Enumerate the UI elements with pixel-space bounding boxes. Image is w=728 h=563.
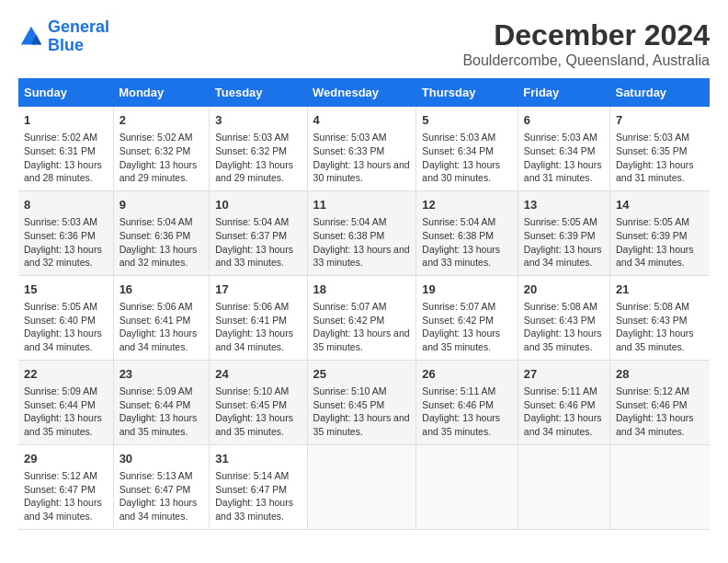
- sunrise-text: Sunrise: 5:09 AM: [119, 385, 193, 396]
- calendar-cell: 14Sunrise: 5:05 AMSunset: 6:39 PMDayligh…: [609, 190, 710, 275]
- sunrise-text: Sunrise: 5:10 AM: [215, 385, 289, 396]
- day-number: 2: [119, 112, 204, 129]
- daylight-text: Daylight: 13 hours and 34 minutes.: [24, 327, 102, 352]
- logo-line1: General: [48, 17, 109, 36]
- day-number: 5: [422, 112, 511, 129]
- daylight-text: Daylight: 13 hours and 34 minutes.: [524, 244, 602, 269]
- daylight-text: Daylight: 13 hours and 31 minutes.: [616, 159, 694, 184]
- sunset-text: Sunset: 6:47 PM: [119, 484, 191, 495]
- header: General Blue December 2024 Bouldercombe,…: [18, 18, 710, 69]
- daylight-text: Daylight: 13 hours and 35 minutes.: [422, 327, 500, 352]
- sunset-text: Sunset: 6:39 PM: [524, 230, 596, 241]
- sunrise-text: Sunrise: 5:02 AM: [24, 132, 97, 143]
- sunset-text: Sunset: 6:45 PM: [313, 399, 385, 410]
- daylight-text: Daylight: 13 hours and 35 minutes.: [313, 327, 410, 352]
- daylight-text: Daylight: 13 hours and 35 minutes.: [422, 412, 500, 437]
- calendar-cell: [416, 444, 518, 529]
- logo-icon: [18, 24, 44, 50]
- sunset-text: Sunset: 6:43 PM: [524, 315, 596, 326]
- sunrise-text: Sunrise: 5:03 AM: [616, 132, 689, 143]
- calendar-cell: 25Sunrise: 5:10 AMSunset: 6:45 PMDayligh…: [307, 360, 416, 444]
- calendar-cell: 21Sunrise: 5:08 AMSunset: 6:43 PMDayligh…: [609, 275, 710, 360]
- daylight-text: Daylight: 13 hours and 35 minutes.: [215, 412, 293, 437]
- day-number: 3: [215, 112, 301, 129]
- header-cell: Thursday: [416, 78, 518, 107]
- header-cell: Wednesday: [307, 78, 416, 107]
- calendar-cell: 22Sunrise: 5:09 AMSunset: 6:44 PMDayligh…: [18, 360, 113, 444]
- calendar-week-row: 29Sunrise: 5:12 AMSunset: 6:47 PMDayligh…: [18, 444, 710, 529]
- sunrise-text: Sunrise: 5:03 AM: [524, 132, 597, 143]
- day-number: 9: [119, 197, 204, 213]
- day-number: 16: [119, 282, 204, 298]
- calendar-cell: 31Sunrise: 5:14 AMSunset: 6:47 PMDayligh…: [210, 444, 307, 529]
- calendar-cell: 11Sunrise: 5:04 AMSunset: 6:38 PMDayligh…: [307, 190, 416, 275]
- sunrise-text: Sunrise: 5:04 AM: [119, 216, 193, 227]
- daylight-text: Daylight: 13 hours and 35 minutes.: [524, 327, 602, 352]
- day-number: 7: [616, 112, 704, 129]
- calendar-cell: 19Sunrise: 5:07 AMSunset: 6:42 PMDayligh…: [416, 275, 518, 360]
- day-number: 31: [215, 451, 301, 467]
- sunrise-text: Sunrise: 5:06 AM: [215, 301, 289, 312]
- daylight-text: Daylight: 13 hours and 34 minutes.: [24, 497, 102, 522]
- calendar-cell: 15Sunrise: 5:05 AMSunset: 6:40 PMDayligh…: [18, 275, 113, 360]
- sunset-text: Sunset: 6:31 PM: [24, 145, 96, 156]
- day-number: 28: [616, 366, 704, 383]
- daylight-text: Daylight: 13 hours and 29 minutes.: [215, 159, 293, 184]
- daylight-text: Daylight: 13 hours and 33 minutes.: [422, 244, 500, 269]
- sunrise-text: Sunrise: 5:05 AM: [24, 301, 97, 312]
- calendar-cell: 12Sunrise: 5:04 AMSunset: 6:38 PMDayligh…: [416, 190, 518, 275]
- calendar-cell: 10Sunrise: 5:04 AMSunset: 6:37 PMDayligh…: [210, 190, 307, 275]
- sunset-text: Sunset: 6:47 PM: [24, 484, 96, 495]
- sunset-text: Sunset: 6:46 PM: [422, 399, 494, 410]
- calendar-cell: 26Sunrise: 5:11 AMSunset: 6:46 PMDayligh…: [416, 360, 518, 444]
- sunrise-text: Sunrise: 5:13 AM: [119, 470, 193, 481]
- sunset-text: Sunset: 6:34 PM: [422, 145, 494, 156]
- calendar-cell: [609, 444, 710, 529]
- sunset-text: Sunset: 6:41 PM: [119, 315, 191, 326]
- daylight-text: Daylight: 13 hours and 34 minutes.: [119, 497, 198, 522]
- sunrise-text: Sunrise: 5:09 AM: [24, 385, 97, 396]
- sunrise-text: Sunrise: 5:02 AM: [119, 132, 193, 143]
- daylight-text: Daylight: 13 hours and 31 minutes.: [524, 159, 602, 184]
- sunset-text: Sunset: 6:32 PM: [119, 145, 191, 156]
- sunset-text: Sunset: 6:35 PM: [616, 145, 688, 156]
- calendar-cell: 30Sunrise: 5:13 AMSunset: 6:47 PMDayligh…: [113, 444, 210, 529]
- sunrise-text: Sunrise: 5:11 AM: [422, 385, 495, 396]
- day-number: 17: [215, 282, 301, 298]
- daylight-text: Daylight: 13 hours and 35 minutes.: [24, 412, 102, 437]
- day-number: 13: [524, 197, 604, 213]
- calendar-week-row: 1Sunrise: 5:02 AMSunset: 6:31 PMDaylight…: [18, 107, 710, 190]
- sunrise-text: Sunrise: 5:03 AM: [215, 132, 289, 143]
- sunrise-text: Sunrise: 5:08 AM: [524, 301, 597, 312]
- sunrise-text: Sunrise: 5:03 AM: [422, 132, 495, 143]
- daylight-text: Daylight: 13 hours and 33 minutes.: [215, 244, 293, 269]
- calendar-cell: 5Sunrise: 5:03 AMSunset: 6:34 PMDaylight…: [416, 107, 518, 190]
- calendar-cell: 6Sunrise: 5:03 AMSunset: 6:34 PMDaylight…: [518, 107, 609, 190]
- sunset-text: Sunset: 6:42 PM: [313, 315, 385, 326]
- calendar-cell: 4Sunrise: 5:03 AMSunset: 6:33 PMDaylight…: [307, 107, 416, 190]
- daylight-text: Daylight: 13 hours and 35 minutes.: [313, 412, 410, 437]
- sunrise-text: Sunrise: 5:07 AM: [313, 301, 387, 312]
- sunset-text: Sunset: 6:42 PM: [422, 315, 494, 326]
- calendar-cell: 27Sunrise: 5:11 AMSunset: 6:46 PMDayligh…: [518, 360, 609, 444]
- calendar-cell: 24Sunrise: 5:10 AMSunset: 6:45 PMDayligh…: [210, 360, 307, 444]
- logo: General Blue: [18, 18, 109, 55]
- sunrise-text: Sunrise: 5:03 AM: [24, 216, 97, 227]
- day-number: 21: [616, 282, 704, 298]
- sunrise-text: Sunrise: 5:06 AM: [119, 301, 193, 312]
- daylight-text: Daylight: 13 hours and 33 minutes.: [313, 244, 410, 269]
- daylight-text: Daylight: 13 hours and 34 minutes.: [616, 244, 694, 269]
- calendar-cell: 1Sunrise: 5:02 AMSunset: 6:31 PMDaylight…: [18, 107, 113, 190]
- calendar-week-row: 15Sunrise: 5:05 AMSunset: 6:40 PMDayligh…: [18, 275, 710, 360]
- sunrise-text: Sunrise: 5:04 AM: [313, 216, 387, 227]
- main-title: December 2024: [462, 18, 710, 52]
- day-number: 14: [616, 197, 704, 213]
- header-cell: Sunday: [18, 78, 113, 107]
- daylight-text: Daylight: 13 hours and 28 minutes.: [24, 159, 102, 184]
- sunset-text: Sunset: 6:45 PM: [215, 399, 287, 410]
- sunrise-text: Sunrise: 5:10 AM: [313, 385, 387, 396]
- header-row: SundayMondayTuesdayWednesdayThursdayFrid…: [18, 78, 710, 107]
- calendar-cell: 3Sunrise: 5:03 AMSunset: 6:32 PMDaylight…: [210, 107, 307, 190]
- day-number: 8: [24, 197, 108, 213]
- daylight-text: Daylight: 13 hours and 32 minutes.: [119, 244, 198, 269]
